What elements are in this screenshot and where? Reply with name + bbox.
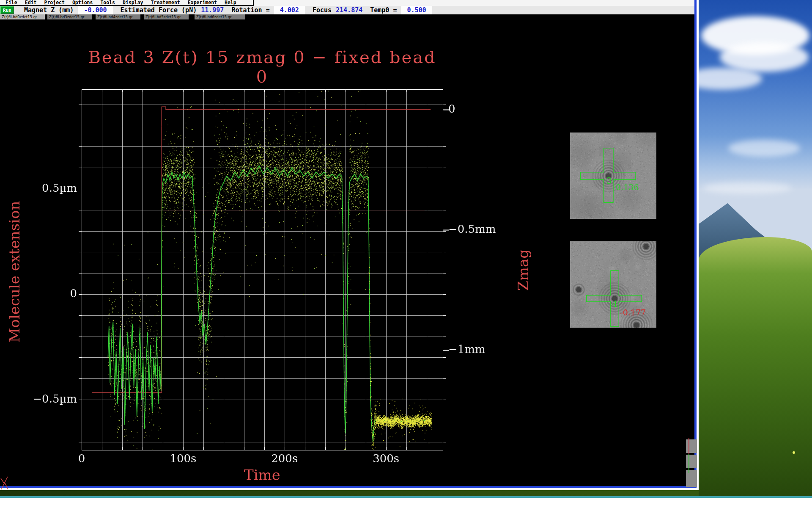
gauge-block	[686, 470, 697, 487]
status-fields: Magnet Z (mm)-0.000Estimated Force (pN)1…	[16, 6, 432, 14]
x-tick-label: 300s	[357, 452, 416, 465]
bead-id-label: 4	[612, 299, 617, 309]
wallpaper-flower-dot	[793, 451, 795, 454]
status-field-label: Rotation =	[231, 6, 269, 14]
status-bar: Run Magnet Z (mm)-0.000Estimated Force (…	[0, 6, 694, 14]
y-axis-label-left: Molecule extension	[6, 183, 23, 361]
status-field-label: Estimated Force (pN)	[121, 6, 197, 14]
y-right-tick-label: −1mm	[448, 343, 486, 356]
y-left-tick-label: 0	[17, 287, 77, 300]
x-tick-label: 100s	[154, 452, 213, 465]
bead-image	[570, 133, 656, 219]
tab-Z(t)fil-bd4zdet15.gr[interactable]: Z(t)fil-bd4zdet15.gr	[96, 14, 140, 19]
tab-Z(t)fil-bd6zdet15.gr[interactable]: Z(t)fil-bd6zdet15.gr	[195, 14, 245, 19]
menu-item-project[interactable]: Project	[40, 0, 68, 6]
bead-image-panel: 4 -0.177	[570, 241, 656, 328]
plot-title: Bead 3 Z(t) 15 zmag 0 − fixed bead 0	[82, 47, 443, 86]
menu-item-tools[interactable]: Tools	[96, 0, 119, 6]
tab-Z(t)fil-bd3zdet15.gr[interactable]: Z(t)fil-bd3zdet15.gr	[47, 14, 92, 19]
y-right-tick-label: 0	[448, 102, 455, 115]
tab-Z(t)fil-bd5zdet15.gr[interactable]: Z(t)fil-bd5zdet15.gr	[144, 14, 189, 19]
tab-bar: Z(t)fil-bd0zdet15.grZ(t)fil-bd3zdet15.gr…	[0, 14, 694, 20]
bead-z-value: -0.177	[620, 308, 646, 317]
menu-item-file[interactable]: File	[2, 0, 21, 6]
cloud	[720, 42, 809, 72]
desktop-wallpaper	[699, 0, 812, 496]
menu-item-experiment[interactable]: Experiment	[184, 0, 221, 6]
gauge-green-indicator	[689, 454, 689, 473]
menu-bar: FileEditProjectOptionsToolsDisplayTreate…	[0, 0, 694, 6]
menu-item-treatement[interactable]: Treatement	[147, 0, 184, 6]
y-left-tick-label: −0.5µm	[17, 392, 77, 405]
desktop: FileEditProjectOptionsToolsDisplayTreate…	[0, 0, 812, 508]
zmag-gauge[interactable]	[685, 437, 698, 488]
menu-item-edit[interactable]: Edit	[21, 0, 41, 6]
menu-item-options[interactable]: Options	[69, 0, 96, 6]
status-field-label: Temp0 =	[370, 6, 397, 14]
status-field-value: 11.997	[201, 6, 224, 14]
status-field-value: 4.002	[274, 6, 305, 14]
y-right-tick-label: −0.5mm	[448, 223, 496, 235]
bottom-panel	[0, 496, 812, 508]
status-field-value: 214.874	[336, 6, 362, 14]
cloud	[703, 182, 792, 194]
gauge-block	[686, 455, 697, 468]
wallpaper-grass-hill	[699, 237, 812, 496]
cloud	[728, 140, 800, 157]
bead-image-panel: 3 0.136	[570, 133, 656, 219]
y-axis-label-right: Zmag	[515, 236, 532, 304]
status-field-label: Magnet Z (mm)	[24, 6, 74, 14]
bead-z-value: 0.136	[616, 182, 639, 192]
status-field-value: 0.500	[401, 6, 432, 14]
status-field-label: Focus	[313, 6, 332, 14]
status-field-value: -0.000	[78, 6, 112, 14]
menu-box: FileEditProjectOptionsToolsDisplayTreate…	[0, 0, 254, 6]
x-axis-label: Time	[82, 467, 443, 483]
app-window: FileEditProjectOptionsToolsDisplayTreate…	[0, 0, 697, 488]
x-tick-label: 200s	[255, 452, 314, 465]
tab-Z(t)fil-bd0zdet15.gr[interactable]: Z(t)fil-bd0zdet15.gr	[0, 14, 45, 19]
menu-item-help[interactable]: Help	[221, 0, 240, 6]
resize-zigzag-icon[interactable]	[0, 473, 11, 490]
bead-id-label: 3	[606, 176, 612, 186]
menu-item-display[interactable]: Display	[119, 0, 147, 6]
wallpaper-bottom-strip	[0, 490, 699, 496]
gauge-block	[686, 439, 697, 453]
x-tick-label: 0	[52, 452, 111, 465]
y-left-tick-label: 0.5µm	[17, 182, 77, 194]
gauge-red-indicator	[689, 438, 689, 454]
run-button[interactable]: Run	[0, 6, 14, 14]
